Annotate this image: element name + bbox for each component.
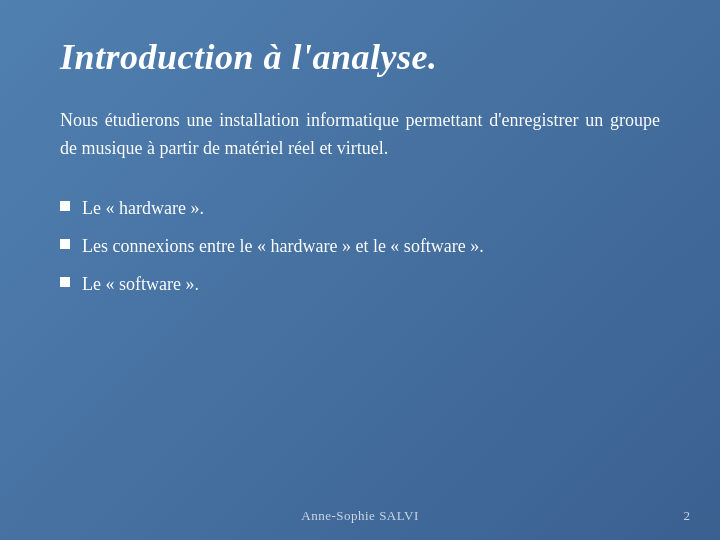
bullet-icon-2 xyxy=(60,239,70,249)
bullet-text-3: Le « software ». xyxy=(82,271,660,299)
bullet-text-2: Les connexions entre le « hardware » et … xyxy=(82,233,660,261)
bullet-text-1: Le « hardware ». xyxy=(82,195,660,223)
footer-author: Anne-Sophie SALVI xyxy=(301,508,418,524)
bullet-icon-1 xyxy=(60,201,70,211)
bullet-item-1: Le « hardware ». xyxy=(60,195,660,223)
slide: Introduction à l'analyse. Nous étudieron… xyxy=(0,0,720,540)
bullet-item-3: Le « software ». xyxy=(60,271,660,299)
bullet-icon-3 xyxy=(60,277,70,287)
slide-title: Introduction à l'analyse. xyxy=(60,36,660,79)
bullet-item-2: Les connexions entre le « hardware » et … xyxy=(60,233,660,261)
footer: Anne-Sophie SALVI xyxy=(0,508,720,524)
intro-paragraph: Nous étudierons une installation informa… xyxy=(60,107,660,163)
bullet-list: Le « hardware ». Les connexions entre le… xyxy=(60,195,660,299)
footer-page-number: 2 xyxy=(684,508,691,524)
